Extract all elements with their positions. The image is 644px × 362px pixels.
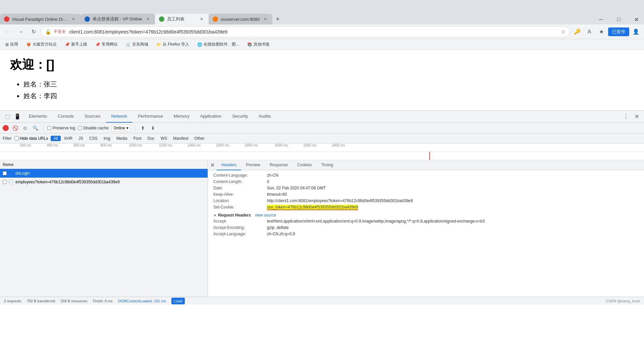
network-toolbar: 🚫 ⊙ 🔍 Preserve log Disable cache Online … — [0, 123, 644, 133]
devtools-close-button[interactable]: ✕ — [632, 112, 641, 121]
request-checkbox-1[interactable] — [3, 171, 7, 175]
nav-actions: 🔑 A ★ 已暂停 👤 — [572, 26, 641, 37]
filter-type-media[interactable]: Media — [114, 136, 130, 141]
preserve-log-checkbox[interactable]: Preserve log — [47, 126, 75, 130]
detail-content: Content-Language: zh-CN Content-Length: … — [208, 170, 644, 241]
status-bar: 2 requests 750 B transferred 258 B resou… — [0, 297, 644, 305]
clear-button[interactable]: 🚫 — [11, 124, 19, 132]
bookmark-button[interactable]: ★ — [596, 26, 607, 37]
detail-tab-response[interactable]: Response — [265, 160, 292, 170]
bookmark-import[interactable]: 📁 从 Firefox 导入 — [154, 41, 192, 48]
reload-button[interactable]: ↻ — [28, 26, 39, 37]
header-row-keep-alive: Keep-Alive: timeout=60 — [213, 192, 639, 197]
tab-ssoserver[interactable]: ssoserver.com:8080 ✕ — [209, 14, 272, 24]
filter-type-manifest[interactable]: Manifest — [170, 136, 191, 141]
lock-icon: 🔓 — [45, 29, 51, 35]
detail-panel-close[interactable]: ✕ — [208, 161, 217, 170]
filter-type-other[interactable]: Other — [192, 136, 207, 141]
back-button[interactable]: ← — [3, 26, 13, 37]
tab-audits[interactable]: Audits — [253, 111, 276, 123]
tab-favicon — [4, 16, 9, 22]
dom-content-loaded[interactable]: DOMContentLoaded: 101 ms — [118, 299, 166, 303]
request-favicon-1 — [9, 171, 13, 176]
tab-close-2[interactable]: ✕ — [145, 16, 151, 22]
filter-type-img[interactable]: Img — [101, 136, 113, 141]
load-waterfall[interactable]: Load — [171, 298, 185, 304]
bookmark-diagram[interactable]: 🌐 在线绘图软件、图... — [195, 41, 242, 48]
header-key-keep-alive: Keep-Alive: — [213, 192, 267, 197]
detail-tab-cookies[interactable]: Cookies — [292, 160, 316, 170]
disable-cache-checkbox[interactable]: Disable cache — [78, 126, 108, 130]
filter-type-doc[interactable]: Doc — [145, 136, 157, 141]
minimize-button[interactable]: ─ — [593, 14, 608, 24]
header-key-accept-language: Accept-Language: — [213, 232, 267, 236]
section-title-request: Request Headers — [218, 213, 251, 218]
request-item-dologin[interactable]: doLogin — [0, 169, 208, 178]
download-button[interactable]: ⬇ — [149, 124, 157, 132]
tab-network[interactable]: Network — [106, 111, 133, 123]
view-source-link[interactable]: view source — [255, 213, 276, 218]
filter-type-ws[interactable]: WS — [158, 136, 170, 141]
address-bar[interactable]: 🔓 不安全 client1.com:8081/employees?token=4… — [41, 26, 570, 37]
devtools-more-button[interactable]: ⋮ — [621, 112, 631, 121]
bookmark-common[interactable]: 📌 常用网址 — [93, 41, 120, 48]
tab-label: Visual Paradigm Online Diagr... — [12, 17, 68, 22]
name-column-header: Name — [3, 162, 205, 167]
detail-tab-timing[interactable]: Timing — [316, 160, 338, 170]
bookmark-other[interactable]: 📚 其他书签 — [245, 41, 272, 48]
tab-console[interactable]: Console — [52, 111, 79, 123]
filter-type-css[interactable]: CSS — [87, 136, 100, 141]
close-button[interactable]: ✕ — [629, 14, 644, 24]
filter-types: All XHR JS CSS Img Media Font Doc WS Man… — [51, 136, 207, 141]
tab-performance[interactable]: Performance — [132, 111, 168, 123]
upload-button[interactable]: ⬆ — [139, 124, 147, 132]
request-item-employees[interactable]: employees?token=476b12c98d0e4f539355dd30… — [0, 178, 208, 186]
bookmark-jd[interactable]: 🛒 京东商城 — [123, 41, 151, 48]
key-icon[interactable]: 🔑 — [572, 26, 583, 37]
tab-close-3[interactable]: ✕ — [199, 16, 205, 22]
tab-sources[interactable]: Sources — [79, 111, 106, 123]
detail-tab-preview[interactable]: Preview — [241, 160, 265, 170]
mark-400ms: 400 ms — [47, 143, 58, 147]
hide-data-urls-checkbox[interactable]: Hide data URLs — [14, 136, 48, 141]
bookmark-newbie[interactable]: 📌 新手上路 — [62, 41, 90, 48]
request-checkbox-2[interactable] — [3, 180, 7, 184]
window-controls: ─ □ ✕ — [593, 14, 644, 24]
filter-icon-button[interactable]: ⊙ — [21, 124, 29, 132]
filter-type-font[interactable]: Font — [130, 136, 144, 141]
filter-type-js[interactable]: JS — [76, 136, 86, 141]
detail-tab-headers[interactable]: Headers — [217, 160, 241, 170]
filter-type-xhr[interactable]: XHR — [61, 136, 75, 141]
tab-security[interactable]: Security — [227, 111, 253, 123]
section-arrow-icon: ▼ — [213, 214, 217, 217]
filter-label: Filter — [3, 136, 12, 141]
inspect-element-button[interactable]: ⬚ — [3, 112, 12, 121]
bookmark-star[interactable]: ☆ — [561, 28, 566, 35]
bookmark-firefox[interactable]: 🦊 火狐官方站点 — [23, 41, 59, 48]
forward-button[interactable]: → — [15, 26, 26, 37]
bookmark-apps[interactable]: ⊞ 应用 — [3, 41, 21, 48]
user-icon[interactable]: 👤 — [631, 26, 641, 37]
mark-1600ms: 1600 ms — [216, 143, 229, 147]
tab-sso-flow[interactable]: 单点登录流程 - VP Online ✕ — [80, 14, 155, 24]
tab-elements[interactable]: Elements — [23, 111, 52, 123]
tab-close[interactable]: ✕ — [70, 16, 76, 22]
tab-employees[interactable]: 员工列表 ✕ — [155, 14, 209, 24]
record-button[interactable] — [3, 125, 9, 131]
section-header-request[interactable]: ▼ Request Headers view source — [213, 213, 639, 218]
header-key-date: Date: — [213, 186, 267, 190]
mark-2400ms: 2400 ms — [332, 143, 345, 147]
tab-application[interactable]: Application — [195, 111, 227, 123]
translate-icon[interactable]: A — [584, 26, 595, 37]
tab-visual-paradigm[interactable]: Visual Paradigm Online Diagr... ✕ — [0, 14, 80, 24]
device-toolbar-button[interactable]: 📱 — [13, 112, 22, 121]
new-tab-button[interactable]: + — [272, 14, 283, 24]
search-button[interactable]: 🔍 — [32, 124, 39, 132]
online-select[interactable]: Online ▾ — [111, 125, 131, 131]
tab-close-4[interactable]: ✕ — [262, 16, 268, 22]
maximize-button[interactable]: □ — [611, 14, 626, 24]
header-row-location: Location: http://client1.com:8081/employ… — [213, 198, 639, 203]
tab-memory[interactable]: Memory — [168, 111, 195, 123]
filter-type-all[interactable]: All — [51, 136, 60, 141]
signin-button[interactable]: 已暂停 — [608, 27, 629, 36]
